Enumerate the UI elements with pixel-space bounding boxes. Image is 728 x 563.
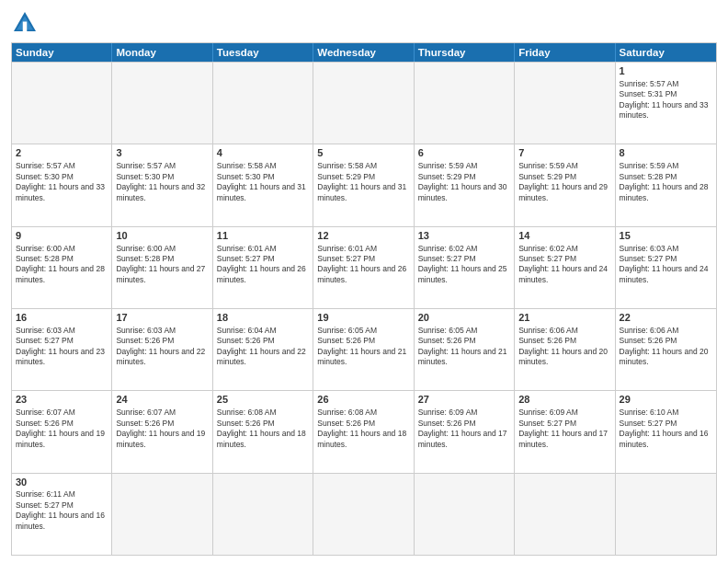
day-number: 5 bbox=[317, 146, 409, 160]
calendar-cell bbox=[12, 63, 112, 144]
daylight-text: Daylight: 11 hours and 30 minutes. bbox=[418, 182, 507, 201]
sunset-text: Sunset: 5:27 PM bbox=[518, 254, 576, 263]
day-number: 11 bbox=[217, 229, 309, 243]
calendar-cell: 17Sunrise: 6:03 AMSunset: 5:26 PMDayligh… bbox=[112, 309, 212, 390]
svg-rect-2 bbox=[23, 22, 28, 32]
calendar-cell bbox=[112, 474, 212, 555]
daylight-text: Daylight: 11 hours and 16 minutes. bbox=[16, 511, 105, 530]
calendar-row-0: 1Sunrise: 5:57 AMSunset: 5:31 PMDaylight… bbox=[12, 62, 716, 144]
calendar-row-4: 23Sunrise: 6:07 AMSunset: 5:26 PMDayligh… bbox=[12, 390, 716, 472]
daylight-text: Daylight: 11 hours and 29 minutes. bbox=[518, 182, 608, 201]
logo-icon bbox=[11, 9, 39, 37]
day-number: 14 bbox=[518, 229, 610, 243]
day-number: 27 bbox=[418, 393, 510, 407]
calendar-cell: 23Sunrise: 6:07 AMSunset: 5:26 PMDayligh… bbox=[12, 391, 112, 472]
calendar-cell bbox=[112, 63, 212, 144]
daylight-text: Daylight: 11 hours and 24 minutes. bbox=[620, 264, 709, 283]
daylight-text: Daylight: 11 hours and 31 minutes. bbox=[317, 182, 406, 201]
calendar-cell bbox=[313, 474, 414, 555]
sunrise-text: Sunrise: 6:06 AM bbox=[518, 326, 578, 335]
daylight-text: Daylight: 11 hours and 26 minutes. bbox=[317, 264, 406, 283]
sunset-text: Sunset: 5:30 PM bbox=[16, 172, 74, 181]
daylight-text: Daylight: 11 hours and 28 minutes. bbox=[16, 264, 105, 283]
day-number: 2 bbox=[16, 146, 108, 160]
daylight-text: Daylight: 11 hours and 33 minutes. bbox=[16, 182, 105, 201]
weekday-header-saturday: Saturday bbox=[616, 43, 716, 62]
day-number: 8 bbox=[620, 146, 712, 160]
daylight-text: Daylight: 11 hours and 19 minutes. bbox=[116, 429, 205, 448]
daylight-text: Daylight: 11 hours and 24 minutes. bbox=[518, 264, 608, 283]
calendar-cell: 7Sunrise: 5:59 AMSunset: 5:29 PMDaylight… bbox=[515, 144, 615, 225]
day-number: 12 bbox=[317, 229, 409, 243]
calendar-cell bbox=[616, 474, 716, 555]
daylight-text: Daylight: 11 hours and 16 minutes. bbox=[620, 429, 709, 448]
sunrise-text: Sunrise: 6:05 AM bbox=[317, 326, 377, 335]
sunrise-text: Sunrise: 6:08 AM bbox=[217, 408, 277, 417]
daylight-text: Daylight: 11 hours and 25 minutes. bbox=[418, 264, 507, 283]
daylight-text: Daylight: 11 hours and 23 minutes. bbox=[16, 347, 105, 366]
sunrise-text: Sunrise: 6:02 AM bbox=[418, 244, 478, 253]
calendar-row-3: 16Sunrise: 6:03 AMSunset: 5:27 PMDayligh… bbox=[12, 308, 716, 390]
day-number: 13 bbox=[418, 229, 510, 243]
sunset-text: Sunset: 5:26 PM bbox=[317, 419, 375, 428]
calendar-cell: 16Sunrise: 6:03 AMSunset: 5:27 PMDayligh… bbox=[12, 309, 112, 390]
page: SundayMondayTuesdayWednesdayThursdayFrid… bbox=[0, 0, 728, 563]
daylight-text: Daylight: 11 hours and 18 minutes. bbox=[317, 429, 406, 448]
sunrise-text: Sunrise: 6:08 AM bbox=[317, 408, 377, 417]
daylight-text: Daylight: 11 hours and 21 minutes. bbox=[317, 347, 406, 366]
calendar-cell: 4Sunrise: 5:58 AMSunset: 5:30 PMDaylight… bbox=[213, 144, 313, 225]
day-number: 6 bbox=[418, 146, 510, 160]
sunrise-text: Sunrise: 5:58 AM bbox=[317, 161, 377, 170]
calendar-body: 1Sunrise: 5:57 AMSunset: 5:31 PMDaylight… bbox=[12, 62, 716, 555]
sunset-text: Sunset: 5:26 PM bbox=[217, 336, 275, 345]
calendar-cell: 2Sunrise: 5:57 AMSunset: 5:30 PMDaylight… bbox=[12, 144, 112, 225]
sunrise-text: Sunrise: 6:05 AM bbox=[418, 326, 478, 335]
sunrise-text: Sunrise: 6:02 AM bbox=[518, 244, 578, 253]
sunset-text: Sunset: 5:27 PM bbox=[16, 500, 74, 510]
calendar-cell bbox=[213, 474, 313, 555]
day-number: 4 bbox=[217, 146, 309, 160]
daylight-text: Daylight: 11 hours and 20 minutes. bbox=[620, 347, 709, 366]
sunset-text: Sunset: 5:31 PM bbox=[620, 89, 677, 98]
sunset-text: Sunset: 5:26 PM bbox=[418, 419, 476, 428]
day-number: 10 bbox=[116, 229, 208, 243]
weekday-header-tuesday: Tuesday bbox=[213, 43, 313, 62]
sunrise-text: Sunrise: 6:00 AM bbox=[116, 244, 176, 253]
calendar-cell: 22Sunrise: 6:06 AMSunset: 5:26 PMDayligh… bbox=[616, 309, 716, 390]
daylight-text: Daylight: 11 hours and 20 minutes. bbox=[518, 347, 608, 366]
day-number: 22 bbox=[620, 311, 712, 325]
day-number: 20 bbox=[418, 311, 510, 325]
calendar-cell: 6Sunrise: 5:59 AMSunset: 5:29 PMDaylight… bbox=[415, 144, 515, 225]
sunrise-text: Sunrise: 6:04 AM bbox=[217, 326, 277, 335]
sunrise-text: Sunrise: 5:59 AM bbox=[620, 161, 679, 170]
sunset-text: Sunset: 5:28 PM bbox=[116, 254, 174, 263]
sunrise-text: Sunrise: 6:07 AM bbox=[16, 408, 75, 417]
day-number: 26 bbox=[317, 393, 409, 407]
calendar-cell: 29Sunrise: 6:10 AMSunset: 5:27 PMDayligh… bbox=[616, 391, 716, 472]
calendar-row-5: 30Sunrise: 6:11 AMSunset: 5:27 PMDayligh… bbox=[12, 473, 716, 555]
calendar-cell: 9Sunrise: 6:00 AMSunset: 5:28 PMDaylight… bbox=[12, 227, 112, 308]
sunrise-text: Sunrise: 6:03 AM bbox=[116, 326, 176, 335]
calendar-cell: 30Sunrise: 6:11 AMSunset: 5:27 PMDayligh… bbox=[12, 474, 112, 555]
sunset-text: Sunset: 5:27 PM bbox=[518, 419, 576, 428]
calendar-cell bbox=[313, 63, 414, 144]
calendar-cell: 28Sunrise: 6:09 AMSunset: 5:27 PMDayligh… bbox=[515, 391, 615, 472]
calendar-cell: 3Sunrise: 5:57 AMSunset: 5:30 PMDaylight… bbox=[112, 144, 212, 225]
calendar-cell: 21Sunrise: 6:06 AMSunset: 5:26 PMDayligh… bbox=[515, 309, 615, 390]
sunrise-text: Sunrise: 5:58 AM bbox=[217, 161, 277, 170]
day-number: 15 bbox=[620, 229, 712, 243]
daylight-text: Daylight: 11 hours and 32 minutes. bbox=[116, 182, 205, 201]
daylight-text: Daylight: 11 hours and 26 minutes. bbox=[217, 264, 306, 283]
day-number: 21 bbox=[518, 311, 610, 325]
weekday-header-sunday: Sunday bbox=[12, 43, 112, 62]
calendar-cell: 1Sunrise: 5:57 AMSunset: 5:31 PMDaylight… bbox=[616, 63, 716, 144]
sunrise-text: Sunrise: 6:10 AM bbox=[620, 408, 679, 417]
calendar-cell: 14Sunrise: 6:02 AMSunset: 5:27 PMDayligh… bbox=[515, 227, 615, 308]
weekday-header-thursday: Thursday bbox=[415, 43, 515, 62]
day-number: 7 bbox=[518, 146, 610, 160]
calendar-cell bbox=[415, 63, 515, 144]
calendar-cell bbox=[213, 63, 313, 144]
sunrise-text: Sunrise: 6:09 AM bbox=[418, 408, 478, 417]
sunset-text: Sunset: 5:29 PM bbox=[317, 172, 375, 181]
day-number: 30 bbox=[16, 476, 108, 489]
